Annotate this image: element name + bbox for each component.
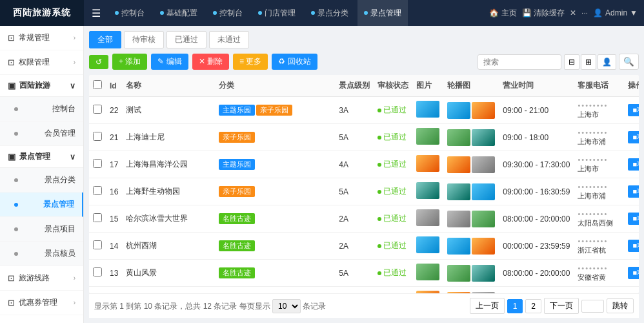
row-checkbox[interactable] <box>93 105 102 114</box>
project-action-button[interactable]: ■项目 <box>628 131 639 143</box>
project-action-button[interactable]: ■项目 <box>628 104 639 116</box>
td-image <box>412 124 443 151</box>
search-input[interactable] <box>478 54 561 70</box>
tab-pending[interactable]: 待审核 <box>124 31 164 48</box>
project-action-button[interactable]: ■项目 <box>628 267 639 279</box>
select-all-checkbox[interactable] <box>93 80 102 89</box>
action-buttons: ■项目✎✕ <box>628 104 639 116</box>
goto-page-input[interactable] <box>581 300 604 313</box>
nav-item-scenic-class[interactable]: 景点分类 <box>305 0 355 26</box>
td-status: 已通过 <box>374 205 412 233</box>
home-link[interactable]: 🏠 主页 <box>489 8 516 19</box>
refresh-button[interactable]: ↺ <box>89 55 108 69</box>
sidebar-item-normal[interactable]: ⊡ 常规管理 › <box>0 26 83 50</box>
project-action-button[interactable]: ■项目 <box>628 240 639 252</box>
carousel-images <box>447 238 495 255</box>
next-page-button[interactable]: 下一页 <box>544 298 579 314</box>
sidebar-category-scenic[interactable]: ▣ 景点管理 ∨ <box>0 146 83 168</box>
row-checkbox[interactable] <box>93 267 102 276</box>
page-2-button[interactable]: 2 <box>525 299 541 313</box>
add-button[interactable]: + 添加 <box>112 54 147 70</box>
admin-menu[interactable]: 👤 Admin ▼ <box>593 8 638 17</box>
sidebar-item-scenic-class[interactable]: 景点分类 <box>0 168 83 193</box>
row-checkbox[interactable] <box>93 132 102 141</box>
td-checkbox <box>89 151 106 178</box>
grid-view-button[interactable]: ⊞ <box>581 54 596 70</box>
location-text: 太阳岛西侧 <box>578 219 613 227</box>
nav-item-basic-config[interactable]: 基础配置 <box>154 0 204 26</box>
sidebar-item-scenic-member[interactable]: 景点核员 <box>0 242 83 266</box>
th-level: 景点级别 <box>335 75 374 97</box>
recycle-button[interactable]: ♻ 回收站 <box>272 54 317 70</box>
clear-cache-button[interactable]: 💾 清除缓存 <box>522 8 565 19</box>
td-level: 5A <box>335 124 374 151</box>
sidebar: ⊡ 常规管理 › ⊡ 权限管理 › ▣ 西陆旅游 ∨ 控制台 会员管理 ▣ <box>0 26 84 323</box>
more-button[interactable]: ≡ 更多 <box>233 54 268 70</box>
th-actions: 操作 <box>624 75 639 97</box>
td-phone: ••••••••浙江省杭 <box>574 233 624 260</box>
image-thumb <box>416 182 439 199</box>
row-checkbox[interactable] <box>93 186 102 195</box>
td-phone: ••••••••上海市 <box>574 97 624 124</box>
action-buttons: ■项目✎✕ <box>628 267 639 279</box>
sidebar-item-control[interactable]: 控制台 <box>0 97 83 121</box>
tag: 亲子乐园 <box>219 186 255 197</box>
td-carousel <box>443 151 499 178</box>
project-action-button[interactable]: ■项目 <box>628 158 639 171</box>
sidebar-item-scenic-project[interactable]: 景点项目 <box>0 217 83 242</box>
td-image <box>412 151 443 178</box>
td-tags: 主题乐园亲子乐园 <box>215 97 335 124</box>
table-view-button[interactable]: ⊟ <box>564 54 579 70</box>
toolbar: ↺ + 添加 ✎ 编辑 ✕ 删除 ≡ 更多 ♻ 回收站 ⊟ ⊞ 👤 🔍 <box>89 54 639 70</box>
project-action-button[interactable]: ■项目 <box>628 185 639 198</box>
sidebar-sub-scenic: 景点分类 景点管理 景点项目 景点核员 <box>0 168 83 266</box>
nav-item-control[interactable]: 控制台 <box>206 0 249 26</box>
search-submit-button[interactable]: 🔍 <box>619 54 639 70</box>
page-size-select[interactable]: 10 20 50 <box>272 299 301 313</box>
main-content: 全部 待审核 已通过 未通过 ↺ + 添加 ✎ 编辑 ✕ 删除 ≡ 更多 ♻ 回… <box>84 26 644 323</box>
prev-page-button[interactable]: 上一页 <box>470 298 505 314</box>
nav-item-store[interactable]: 门店管理 <box>252 0 302 26</box>
sidebar-item-route[interactable]: ⊡ 旅游线路 › <box>0 266 83 291</box>
sidebar-item-scenic-manage[interactable]: 景点管理 <box>0 193 83 217</box>
sidebar-category-xilu[interactable]: ▣ 西陆旅游 ∨ <box>0 75 83 97</box>
td-phone: ••••••••安徽省黄 <box>574 260 624 287</box>
pagination: 显示第 1 到第 10 条记录，总共 12 条记录 每页显示 10 20 50 … <box>89 293 639 318</box>
tab-passed[interactable]: 已通过 <box>166 31 206 48</box>
td-phone: ••••••••上海市 <box>574 151 624 178</box>
table-row: 17 上海海昌海洋公园 主题乐园 4A 已通过 09:30:00 - 17:30… <box>89 151 639 178</box>
nav-item-scenic-manage[interactable]: 景点管理 <box>357 0 408 26</box>
sidebar-item-finance[interactable]: ⊡ 财务管理 › <box>0 315 83 323</box>
tab-all[interactable]: 全部 <box>89 31 121 48</box>
permission-icon: ⊡ <box>8 57 15 67</box>
td-status: 已通过 <box>374 260 412 287</box>
td-level: 4A <box>335 287 374 294</box>
td-name: 杭州西湖 <box>122 233 215 260</box>
goto-button[interactable]: 跳转 <box>607 298 634 313</box>
td-level: 5A <box>335 260 374 287</box>
row-checkbox[interactable] <box>93 213 102 222</box>
user-view-button[interactable]: 👤 <box>598 54 616 70</box>
sidebar-item-coupon[interactable]: ⊡ 优惠券管理 › <box>0 291 83 315</box>
delete-button[interactable]: ✕ 删除 <box>192 54 229 70</box>
page-1-button[interactable]: 1 <box>507 299 523 313</box>
td-phone: ••••••••上海市浦 <box>574 124 624 151</box>
row-checkbox[interactable] <box>93 159 102 168</box>
th-image: 图片 <box>412 75 443 97</box>
row-checkbox[interactable] <box>93 240 102 249</box>
masked-phone: •••••••• <box>578 264 608 272</box>
td-image <box>412 178 443 205</box>
edit-button[interactable]: ✎ 编辑 <box>151 54 188 70</box>
masked-phone: •••••••• <box>578 156 608 163</box>
sidebar-item-member[interactable]: 会员管理 <box>0 121 83 146</box>
close-button[interactable]: ✕ <box>570 8 576 17</box>
table-row: 16 上海野生动物园 亲子乐园 5A 已通过 09:00:00 - 16:30:… <box>89 178 639 205</box>
nav-item-dashboard[interactable]: 控制台 <box>108 0 151 26</box>
sidebar-item-permission[interactable]: ⊡ 权限管理 › <box>0 50 83 75</box>
tab-rejected[interactable]: 未通过 <box>209 31 249 48</box>
action-buttons: ■项目✎✕ <box>628 185 639 198</box>
td-name: 上海海昌海洋公园 <box>122 151 215 178</box>
project-action-button[interactable]: ■项目 <box>628 213 639 225</box>
menu-toggle-button[interactable]: ☰ <box>84 7 108 19</box>
td-id: 16 <box>106 178 122 205</box>
